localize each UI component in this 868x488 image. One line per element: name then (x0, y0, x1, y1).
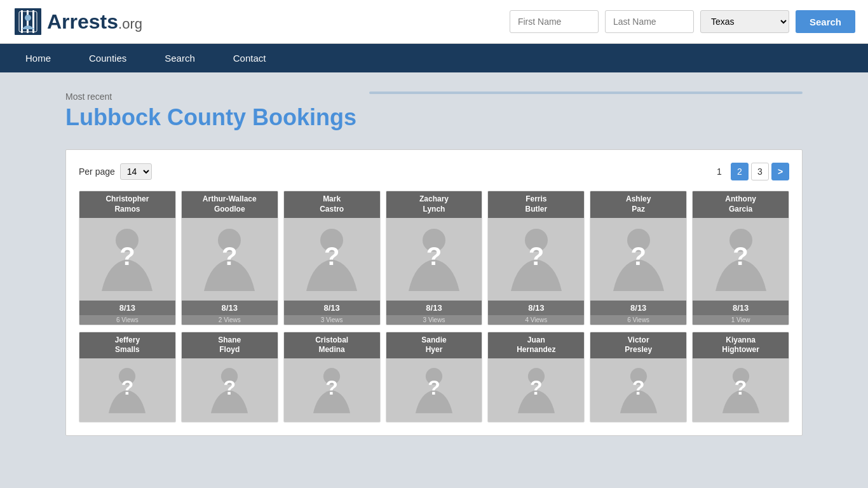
card-views: 2 Views (182, 315, 278, 325)
right-area (369, 92, 803, 107)
booking-card-mark-castro[interactable]: MarkCastro ? 8/13 3 Views (283, 191, 381, 325)
first-name-input[interactable] (510, 10, 599, 33)
card-date: 8/13 (386, 301, 482, 315)
next-page-button[interactable]: > (771, 163, 789, 180)
svg-rect-2 (27, 10, 29, 33)
booking-card-cristobal-medina[interactable]: CristobalMedina ? (283, 332, 381, 423)
card-photo: ? (590, 358, 686, 422)
card-photo: ? (693, 358, 789, 422)
card-photo: ? (590, 218, 686, 301)
search-form: Texas Alabama Alaska Arizona California … (510, 10, 855, 33)
card-photo: ? (79, 218, 175, 301)
booking-card-arthur-wallace-goodloe[interactable]: Arthur-WallaceGoodloe ? 8/13 2 Views (181, 191, 278, 325)
card-name: ZacharyLynch (386, 191, 482, 217)
unknown-icon: ? (426, 242, 442, 271)
unknown-icon: ? (632, 376, 645, 400)
unknown-icon: ? (428, 376, 440, 400)
booking-card-ashley-paz[interactable]: AshleyPaz ? 8/13 6 Views (590, 191, 687, 325)
page-subtitle: Most recent (65, 92, 356, 102)
card-photo: ? (488, 358, 584, 422)
list-controls: Per page 7 14 21 28 1 2 3 > (79, 163, 789, 180)
card-photo: ? (386, 358, 482, 422)
unknown-icon: ? (735, 376, 747, 400)
card-name: AshleyPaz (590, 191, 686, 217)
unknown-icon: ? (733, 242, 748, 271)
logo-icon (13, 6, 43, 37)
header: Arrests.org Texas Alabama Alaska Arizona… (0, 0, 868, 44)
booking-card-sandie-hyer[interactable]: SandieHyer ? (386, 332, 483, 423)
card-date: 8/13 (79, 301, 175, 315)
card-date: 8/13 (488, 301, 584, 315)
card-name: SandieHyer (386, 332, 482, 358)
per-page-select[interactable]: 7 14 21 28 (120, 163, 152, 180)
card-photo: ? (182, 358, 278, 422)
unknown-icon: ? (530, 376, 543, 400)
booking-card-anthony-garcia[interactable]: AnthonyGarcia ? 8/13 1 View (692, 191, 789, 325)
divider-bar (369, 92, 803, 94)
logo-brand: Arrests.org (47, 10, 142, 34)
card-name: FerrisButler (488, 191, 584, 217)
card-photo: ? (182, 218, 278, 301)
unknown-icon: ? (119, 242, 135, 271)
card-date: 8/13 (693, 301, 789, 315)
page-3[interactable]: 3 (751, 163, 769, 180)
booking-card-kiyanna-hightower[interactable]: KiyannaHightower ? (692, 332, 789, 423)
svg-rect-3 (32, 10, 34, 33)
card-photo: ? (693, 218, 789, 301)
main-content: Most recent Lubbock County Bookings Per … (53, 72, 815, 449)
booking-card-victor-presley[interactable]: VictorPresley ? (590, 332, 687, 423)
nav-counties[interactable]: Counties (70, 44, 146, 72)
content-area: Per page 7 14 21 28 1 2 3 > ChristopherR… (65, 149, 803, 435)
card-photo: ? (284, 358, 380, 422)
card-views: 6 Views (590, 315, 686, 325)
card-photo: ? (284, 218, 380, 301)
unknown-icon: ? (121, 376, 134, 400)
card-name: JuanHernandez (488, 332, 584, 358)
svg-rect-1 (21, 10, 23, 33)
unknown-icon: ? (324, 242, 339, 271)
card-photo: ? (488, 218, 584, 301)
card-name: ChristopherRamos (79, 191, 175, 217)
card-date: 8/13 (182, 301, 278, 315)
card-views: 4 Views (488, 315, 584, 325)
card-name: CristobalMedina (284, 332, 380, 358)
card-views: 1 View (693, 315, 789, 325)
booking-card-zachary-lynch[interactable]: ZacharyLynch ? 8/13 3 Views (386, 191, 483, 325)
booking-card-juan-hernandez[interactable]: JuanHernandez ? (487, 332, 585, 423)
unknown-icon: ? (222, 242, 237, 271)
unknown-icon: ? (529, 242, 544, 271)
booking-grid-row2: JefferySmalls ? ShaneFloyd ? (79, 332, 789, 423)
booking-card-ferris-butler[interactable]: FerrisButler ? 8/13 4 Views (487, 191, 585, 325)
pagination: 1 2 3 > (710, 163, 789, 180)
sidebar: Most recent Lubbock County Bookings (65, 92, 356, 143)
unknown-icon: ? (223, 376, 236, 400)
state-select[interactable]: Texas Alabama Alaska Arizona California … (700, 10, 789, 33)
nav-home[interactable]: Home (6, 44, 70, 72)
booking-card-jeffery-smalls[interactable]: JefferySmalls ? (79, 332, 176, 423)
card-name: KiyannaHightower (693, 332, 789, 358)
page-2[interactable]: 2 (731, 163, 749, 180)
card-name: VictorPresley (590, 332, 686, 358)
unknown-icon: ? (325, 376, 338, 400)
card-name: MarkCastro (284, 191, 380, 217)
page-title: Lubbock County Bookings (65, 104, 356, 130)
booking-card-shane-floyd[interactable]: ShaneFloyd ? (181, 332, 278, 423)
booking-card-christopher-ramos[interactable]: ChristopherRamos ? 8/13 6 Views (79, 191, 176, 325)
page-1[interactable]: 1 (710, 163, 728, 180)
unknown-icon: ? (630, 242, 646, 271)
card-name: JefferySmalls (79, 332, 175, 358)
last-name-input[interactable] (605, 10, 694, 33)
svg-point-4 (25, 15, 31, 21)
nav-search[interactable]: Search (146, 44, 214, 72)
card-views: 6 Views (79, 315, 175, 325)
main-nav: Home Counties Search Contact (0, 44, 868, 72)
search-button[interactable]: Search (796, 10, 855, 33)
nav-contact[interactable]: Contact (214, 44, 285, 72)
per-page-control: Per page 7 14 21 28 (79, 163, 152, 180)
card-date: 8/13 (284, 301, 380, 315)
card-views: 3 Views (284, 315, 380, 325)
booking-grid-row1: ChristopherRamos ? 8/13 6 Views Arthur-W… (79, 191, 789, 325)
card-name: ShaneFloyd (182, 332, 278, 358)
logo-link[interactable]: Arrests.org (13, 6, 142, 37)
card-photo: ? (386, 218, 482, 301)
